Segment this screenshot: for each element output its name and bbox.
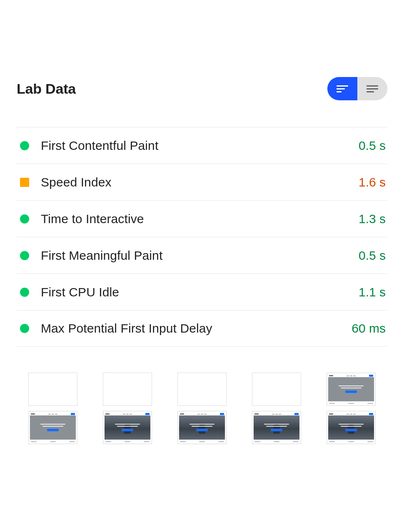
metric-value: 1.3 s xyxy=(359,212,386,226)
metric-row[interactable]: First CPU Idle1.1 s xyxy=(17,273,387,310)
metric-label: Time to Interactive xyxy=(41,212,144,226)
status-good-icon xyxy=(20,251,29,260)
filmstrip-thumbnail[interactable] xyxy=(28,373,77,406)
metric-value: 60 ms xyxy=(352,321,386,336)
metric-label: Max Potential First Input Delay xyxy=(41,321,212,336)
filmstrip-thumbnail[interactable] xyxy=(327,411,376,444)
metric-value: 1.1 s xyxy=(359,285,386,299)
filmstrip-row xyxy=(17,373,387,406)
status-average-icon xyxy=(20,178,29,187)
status-good-icon xyxy=(20,288,29,297)
filmstrip-thumbnail[interactable] xyxy=(252,373,301,406)
status-good-icon xyxy=(20,324,29,333)
view-detailed-button[interactable] xyxy=(357,77,387,100)
bars-varied-icon xyxy=(367,85,378,92)
filmstrip xyxy=(17,373,387,444)
filmstrip-thumbnail[interactable] xyxy=(177,411,227,444)
section-title: Lab Data xyxy=(17,81,76,97)
metric-value: 0.5 s xyxy=(359,139,386,153)
bars-left-icon xyxy=(337,85,348,92)
filmstrip-thumbnail[interactable] xyxy=(28,411,77,444)
filmstrip-row xyxy=(17,411,387,444)
filmstrip-thumbnail[interactable] xyxy=(177,373,227,406)
status-good-icon xyxy=(20,214,29,224)
metric-label: First CPU Idle xyxy=(41,285,119,299)
metric-label: First Meaningful Paint xyxy=(41,249,162,263)
filmstrip-thumbnail[interactable] xyxy=(103,373,152,406)
metric-value: 1.6 s xyxy=(359,175,386,189)
view-toggle-group xyxy=(327,77,387,100)
metric-row[interactable]: Time to Interactive1.3 s xyxy=(17,200,387,237)
metric-label: First Contentful Paint xyxy=(41,139,158,153)
filmstrip-thumbnail[interactable] xyxy=(252,411,301,444)
status-good-icon xyxy=(20,141,29,150)
metrics-list: First Contentful Paint0.5 sSpeed Index1.… xyxy=(17,127,387,347)
view-compact-button[interactable] xyxy=(327,77,357,100)
metric-row[interactable]: First Contentful Paint0.5 s xyxy=(17,127,387,164)
filmstrip-thumbnail[interactable] xyxy=(327,373,376,406)
metric-label: Speed Index xyxy=(41,175,112,189)
metric-row[interactable]: First Meaningful Paint0.5 s xyxy=(17,237,387,273)
filmstrip-thumbnail[interactable] xyxy=(103,411,152,444)
lab-data-header: Lab Data xyxy=(17,77,387,100)
metric-row[interactable]: Speed Index1.6 s xyxy=(17,164,387,200)
metric-value: 0.5 s xyxy=(359,249,386,263)
metric-row[interactable]: Max Potential First Input Delay60 ms xyxy=(17,310,387,347)
